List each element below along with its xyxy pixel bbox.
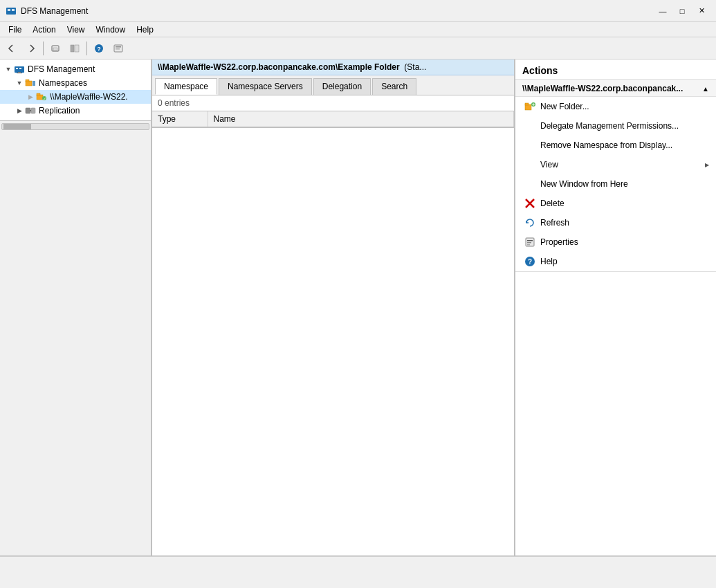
action-help[interactable]: ? Help — [515, 252, 716, 271]
back-button[interactable] — [3, 40, 21, 57]
window-controls: — □ ✕ — [654, 4, 710, 18]
svg-rect-27 — [525, 103, 529, 105]
window-title: DFS Management — [21, 6, 654, 16]
toolbar-sep-1 — [43, 42, 44, 55]
tree-item-namespace-item[interactable]: ▶ ✓ \\MapleWaffle-WS22. — [0, 90, 151, 104]
svg-rect-19 — [33, 81, 35, 86]
new-folder-label: New Folder... — [540, 102, 589, 111]
properties-icon — [524, 236, 536, 248]
content-panel: \\MapleWaffle-WS22.corp.baconpancake.com… — [152, 59, 515, 555]
table-header-row: Type Name — [152, 111, 514, 127]
svg-rect-6 — [75, 45, 79, 52]
tree-item-replication[interactable]: ▶ Replication — [0, 104, 151, 118]
tab-delegation[interactable]: Delegation — [313, 78, 371, 95]
action-section-title[interactable]: \\MapleWaffle-WS22.corp.baconpancak... ▲ — [515, 80, 716, 97]
menu-help[interactable]: Help — [131, 24, 159, 36]
svg-rect-34 — [527, 242, 531, 244]
expand-namespaces[interactable]: ▼ — [14, 77, 25, 89]
namespace-item-icon: ✓ — [36, 91, 47, 102]
svg-text:?: ? — [97, 46, 101, 53]
properties-toolbar-button[interactable] — [109, 40, 127, 57]
svg-rect-24 — [26, 108, 30, 113]
actions-panel: Actions \\MapleWaffle-WS22.corp.baconpan… — [515, 59, 716, 555]
menu-window[interactable]: Window — [91, 24, 131, 36]
show-hide-button[interactable] — [66, 40, 84, 57]
forward-button[interactable] — [22, 40, 40, 57]
svg-rect-4 — [53, 48, 57, 50]
menu-bar: File Action View Window Help — [0, 22, 716, 37]
maximize-button[interactable]: □ — [673, 4, 691, 18]
action-delete[interactable]: Delete — [515, 194, 716, 213]
up-button[interactable] — [46, 40, 64, 57]
action-remove-namespace[interactable]: Remove Namespace from Display... — [515, 136, 716, 155]
tab-namespace[interactable]: Namespace — [155, 78, 217, 95]
hscroll-track[interactable] — [1, 123, 149, 130]
sidebar-hscroll[interactable] — [0, 120, 151, 131]
tree-item-namespaces[interactable]: ▼ Namespaces — [0, 76, 151, 90]
delete-icon — [524, 197, 536, 210]
action-properties[interactable]: Properties — [515, 232, 716, 252]
title-bar: DFS Management — □ ✕ — [0, 0, 716, 22]
dfs-management-label: DFS Management — [28, 64, 95, 74]
svg-rect-11 — [116, 48, 120, 50]
delegate-icon — [524, 120, 536, 132]
expand-ns-item[interactable]: ▶ — [25, 91, 36, 102]
hscroll-thumb[interactable] — [3, 124, 31, 129]
close-button[interactable]: ✕ — [692, 4, 710, 18]
content-entries-header: 0 entries — [152, 95, 514, 111]
content-path-bar: \\MapleWaffle-WS22.corp.baconpancake.com… — [152, 59, 514, 75]
namespaces-icon — [25, 77, 36, 89]
action-section-namespace: \\MapleWaffle-WS22.corp.baconpancak... ▲… — [515, 80, 716, 272]
namespaces-label: Namespaces — [39, 78, 87, 88]
entries-count: 0 entries — [158, 98, 190, 108]
svg-rect-10 — [116, 46, 121, 48]
status-bar — [0, 556, 716, 571]
svg-rect-14 — [19, 68, 21, 69]
help-toolbar-button[interactable]: ? — [90, 40, 108, 57]
menu-action[interactable]: Action — [27, 24, 61, 36]
svg-text:✓: ✓ — [43, 97, 46, 101]
toolbar-sep-2 — [86, 42, 87, 55]
new-window-label: New Window from Here — [540, 179, 628, 189]
col-name[interactable]: Name — [208, 111, 514, 127]
sidebar-tree: ▼ DFS Management ▼ — [0, 59, 152, 120]
action-refresh[interactable]: Refresh — [515, 213, 716, 232]
sidebar-area: ▼ DFS Management ▼ — [0, 59, 152, 555]
delegate-label: Delegate Management Permissions... — [540, 121, 679, 131]
svg-rect-12 — [15, 66, 24, 73]
svg-rect-16 — [17, 73, 22, 73]
actions-header: Actions — [515, 59, 716, 80]
svg-rect-13 — [16, 68, 18, 69]
view-label: View — [540, 160, 558, 169]
minimize-button[interactable]: — — [654, 4, 672, 18]
remove-label: Remove Namespace from Display... — [540, 140, 672, 150]
svg-rect-2 — [12, 9, 15, 11]
col-type[interactable]: Type — [152, 111, 208, 127]
svg-rect-21 — [37, 93, 40, 95]
tab-search[interactable]: Search — [372, 78, 416, 95]
svg-rect-5 — [71, 45, 74, 52]
svg-rect-18 — [26, 80, 29, 82]
tab-namespace-servers[interactable]: Namespace Servers — [219, 78, 312, 95]
svg-rect-35 — [527, 244, 530, 246]
scroll-up-icon[interactable]: ▲ — [702, 85, 709, 93]
remove-icon — [524, 139, 536, 151]
refresh-icon — [524, 217, 536, 229]
new-folder-icon: + — [524, 100, 536, 113]
svg-text:+: + — [532, 102, 535, 107]
expand-dfs[interactable]: ▼ — [3, 64, 14, 75]
view-icon — [524, 158, 536, 171]
action-delegate-management[interactable]: Delegate Management Permissions... — [515, 116, 716, 136]
menu-view[interactable]: View — [62, 24, 91, 36]
svg-rect-1 — [8, 9, 10, 11]
menu-file[interactable]: File — [3, 24, 27, 36]
action-new-window[interactable]: New Window from Here — [515, 174, 716, 194]
content-table-wrapper: Type Name — [152, 111, 514, 555]
action-new-folder[interactable]: + New Folder... — [515, 97, 716, 116]
action-view[interactable]: View — [515, 155, 716, 174]
expand-replication[interactable]: ▶ — [14, 105, 25, 116]
svg-rect-33 — [527, 240, 533, 241]
tree-item-dfs-management[interactable]: ▼ DFS Management — [0, 62, 151, 76]
replication-label: Replication — [39, 106, 80, 116]
help-icon: ? — [524, 255, 536, 268]
